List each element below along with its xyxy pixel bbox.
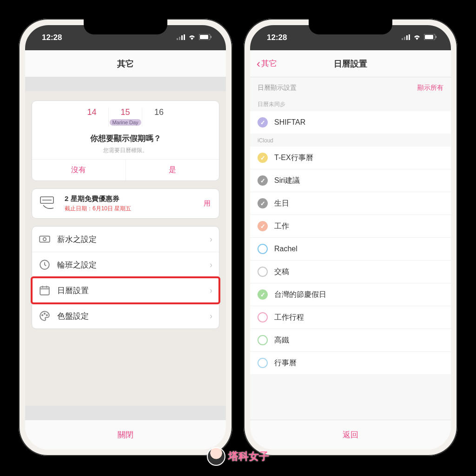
calendar-name: 高鐵 — [274, 335, 289, 345]
chevron-right-icon: › — [210, 311, 212, 321]
calendar-color-circle — [258, 244, 268, 254]
row-palette[interactable]: 色盤設定 › — [32, 303, 219, 329]
svg-rect-3 — [184, 34, 185, 40]
background-strip — [25, 406, 226, 420]
calendar-color-circle: ✓ — [258, 198, 268, 208]
watermark-avatar-icon — [207, 447, 225, 466]
group-unsynced-label: 日曆未同步 — [250, 97, 451, 111]
calendar-settings-body: 日曆顯示設置 顯示所有 日曆未同步 ✓SHIFTAR iCloud ✓T-EX行… — [250, 77, 451, 420]
calendar-row[interactable]: 工作行程 — [250, 306, 451, 329]
check-icon: ✓ — [260, 291, 265, 298]
calendar-row[interactable]: 高鐵 — [250, 329, 451, 352]
holiday-subtext: 您需要日曆權限。 — [32, 147, 219, 154]
status-right — [177, 33, 212, 42]
back-button[interactable]: ‹ 其它 — [257, 58, 277, 69]
check-icon: ✓ — [260, 154, 265, 161]
coupon-card[interactable]: 2 星期免費優惠券 截止日期：6月10日 星期五 用 — [32, 188, 219, 219]
calendar-name: SHIFTAR — [274, 118, 305, 127]
calendar-icon — [39, 284, 51, 296]
row-palette-label: 色盤設定 — [57, 311, 203, 322]
section-title: 日曆顯示設置 — [258, 84, 297, 92]
coupon-icon — [39, 195, 59, 213]
calendar-row[interactable]: ✓T-EX行事曆 — [250, 147, 451, 169]
svg-rect-2 — [181, 35, 183, 40]
calendar-row[interactable]: 交稿 — [250, 261, 451, 283]
settings-list: 薪水之設定 › 輪班之設定 › 日曆設置 › — [32, 226, 219, 329]
holiday-prompt-card: 14 15 Marine Day 16 你想要顯示假期嗎？ 您需要日曆權限。 沒… — [32, 101, 219, 181]
status-time: 12:28 — [267, 33, 287, 42]
page-title: 日曆設置 — [334, 58, 367, 69]
back-label: 其它 — [261, 58, 277, 69]
svg-point-13 — [44, 313, 45, 314]
money-icon — [39, 233, 51, 245]
close-button[interactable]: 關閉 — [118, 429, 133, 440]
coupon-deadline: 截止日期：6月10日 星期五 — [65, 205, 196, 213]
holiday-actions: 沒有 是 — [32, 159, 219, 181]
watermark-text: 塔科女子 — [228, 449, 269, 463]
calendar-row[interactable]: Rachel — [250, 238, 451, 261]
palette-icon — [39, 310, 51, 322]
date-16: 16 — [142, 107, 176, 127]
chevron-right-icon: › — [210, 260, 212, 270]
svg-rect-6 — [211, 36, 212, 38]
section-header: 日曆顯示設置 顯示所有 — [250, 77, 451, 97]
svg-rect-0 — [177, 38, 178, 40]
holiday-question: 你想要顯示假期嗎？ — [32, 133, 219, 144]
calendar-list-icloud: ✓T-EX行事曆✓Siri建議✓生日✓工作Rachel交稿✓台灣的節慶假日工作行… — [250, 147, 451, 374]
svg-rect-20 — [425, 35, 433, 39]
signal-icon — [177, 33, 185, 42]
calendar-color-circle: ✓ — [258, 153, 268, 163]
back-footer-button[interactable]: 返回 — [343, 429, 358, 440]
check-icon: ✓ — [260, 200, 265, 207]
holiday-yes-button[interactable]: 是 — [126, 160, 219, 181]
calendar-color-circle — [258, 312, 268, 322]
calendar-name: 台灣的節慶假日 — [274, 290, 326, 300]
calendar-color-circle — [258, 267, 268, 277]
calendar-row[interactable]: ✓SHIFTAR — [250, 111, 451, 134]
chevron-right-icon: › — [210, 286, 212, 295]
navbar: ‹ 其它 日曆設置 — [250, 50, 451, 77]
row-calendar-label: 日曆設置 — [57, 285, 203, 296]
date-preview: 14 15 Marine Day 16 — [32, 101, 219, 129]
page-title: 其它 — [117, 58, 134, 69]
calendar-row[interactable]: 行事曆 — [250, 352, 451, 374]
battery-icon — [424, 33, 437, 42]
calendar-row[interactable]: ✓生日 — [250, 192, 451, 215]
calendar-name: 交稿 — [274, 267, 289, 277]
row-salary[interactable]: 薪水之設定 › — [32, 227, 219, 252]
notch — [84, 19, 167, 34]
clock-icon — [39, 259, 51, 271]
notch — [309, 19, 392, 34]
svg-rect-15 — [402, 38, 403, 40]
row-shift[interactable]: 輪班之設定 › — [32, 252, 219, 278]
calendar-name: 工作行程 — [274, 313, 304, 322]
calendar-list-unsynced: ✓SHIFTAR — [250, 111, 451, 134]
svg-rect-8 — [40, 236, 50, 242]
show-all-button[interactable]: 顯示所有 — [417, 84, 443, 92]
calendar-name: Siri建議 — [274, 176, 300, 186]
svg-point-14 — [46, 315, 47, 315]
chevron-right-icon: › — [210, 235, 212, 244]
svg-rect-1 — [179, 37, 180, 40]
content-area: 14 15 Marine Day 16 你想要顯示假期嗎？ 您需要日曆權限。 沒… — [25, 91, 226, 406]
svg-rect-5 — [200, 35, 208, 39]
row-shift-label: 輪班之設定 — [57, 260, 203, 270]
svg-rect-21 — [436, 36, 436, 38]
phone-right: 12:28 ‹ 其它 日曆設置 日曆顯示設置 — [244, 19, 457, 456]
calendar-color-circle: ✓ — [258, 117, 268, 127]
calendar-color-circle — [258, 358, 268, 368]
calendar-row[interactable]: ✓台灣的節慶假日 — [250, 283, 451, 306]
svg-rect-11 — [40, 287, 49, 295]
battery-icon — [199, 33, 212, 42]
wifi-icon — [413, 33, 421, 42]
date-14: 14 — [75, 107, 109, 127]
calendar-row[interactable]: ✓Siri建議 — [250, 169, 451, 192]
svg-rect-16 — [404, 37, 405, 40]
holiday-no-button[interactable]: 沒有 — [32, 160, 126, 181]
calendar-row[interactable]: ✓工作 — [250, 215, 451, 238]
coupon-use-button[interactable]: 用 — [202, 199, 212, 208]
event-badge: Marine Day — [109, 119, 141, 126]
phone-left: 12:28 其它 14 15 — [19, 19, 232, 456]
row-calendar[interactable]: 日曆設置 › — [32, 278, 219, 303]
navbar: 其它 — [25, 50, 226, 77]
